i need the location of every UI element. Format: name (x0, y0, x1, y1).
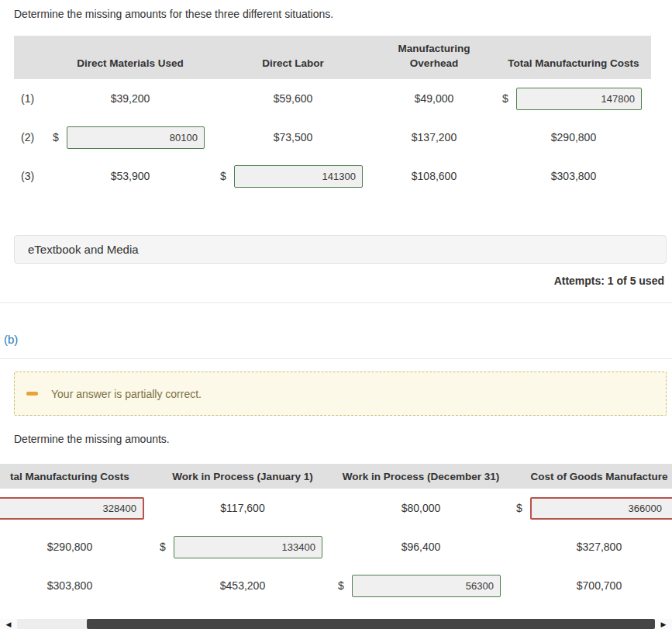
row-label-2: (2) (14, 118, 47, 157)
cell-b-wip-jan-3: $453,200 (153, 566, 332, 605)
cell-overhead-1: $49,000 (372, 79, 496, 118)
cell-total-2: $290,800 (496, 118, 651, 157)
cell-b-cogm-2: $327,800 (510, 527, 672, 566)
part-b-instruction: Determine the missing amounts. (14, 433, 672, 445)
col-header-wip-december: Work in Process (December 31) (332, 464, 510, 489)
wip-january-input-b-row2[interactable] (174, 536, 322, 558)
row-label-3: (3) (14, 157, 47, 195)
col-header-total-manufacturing-costs-b: tal Manufacturing Costs (0, 464, 153, 489)
part-b-header: (b) (0, 303, 672, 359)
col-header-wip-january: Work in Process (January 1) (153, 464, 332, 489)
attempts-counter: Attempts: 1 of 5 used (0, 275, 672, 287)
cell-overhead-2: $137,200 (372, 118, 496, 157)
wip-december-input-b-row3[interactable] (352, 575, 501, 597)
total-costs-input-b-row1[interactable] (0, 497, 144, 520)
scroll-left-icon[interactable]: ◀ (0, 619, 17, 629)
cell-b-wip-jan-2: $ (153, 527, 332, 566)
col-header-cogm: Cost of Goods Manufacture (510, 464, 672, 489)
cell-b-total-3: $303,800 (0, 566, 153, 605)
partial-correct-feedback: Your answer is partially correct. (14, 372, 667, 416)
direct-materials-input-row2[interactable] (67, 126, 205, 149)
cell-b-cogm-3: $700,700 (510, 566, 672, 605)
currency-symbol: $ (338, 579, 344, 592)
cell-direct-materials-3: $53,900 (47, 157, 214, 195)
part-b-table-viewport: tal Manufacturing Costs Work in Process … (0, 464, 672, 605)
horizontal-scrollbar[interactable]: ◀ ▶ (0, 619, 672, 629)
cell-direct-labor-3: $ (214, 157, 372, 195)
direct-labor-input-row3[interactable] (234, 165, 363, 188)
scrollbar-track[interactable] (17, 619, 655, 629)
currency-symbol: $ (160, 541, 166, 553)
etextbook-and-media-button[interactable]: eTextbook and Media (14, 235, 667, 264)
cell-b-total-2: $290,800 (0, 527, 153, 566)
cell-total-3: $303,800 (496, 157, 651, 195)
scroll-right-icon[interactable]: ▶ (655, 619, 672, 629)
cell-b-wip-jan-1: $117,600 (153, 489, 332, 527)
part-a-table: Direct Materials Used Direct Labor Manuf… (14, 36, 651, 195)
feedback-text: Your answer is partially correct. (51, 388, 202, 400)
cell-direct-labor-1: $59,600 (214, 79, 372, 118)
cell-b-wip-dec-1: $80,000 (332, 489, 510, 527)
col-header-total-manufacturing-costs: Total Manufacturing Costs (496, 36, 651, 79)
cell-total-1: $ (496, 79, 651, 118)
currency-symbol: $ (220, 170, 226, 182)
etextbook-label: eTextbook and Media (28, 243, 139, 256)
scrollbar-thumb[interactable] (87, 619, 655, 629)
assignment-page: Determine the missing amounts for these … (0, 8, 672, 605)
cell-direct-materials-2: $ (47, 118, 214, 157)
total-costs-input-row1[interactable] (516, 88, 642, 110)
col-header-direct-labor: Direct Labor (214, 36, 372, 79)
cell-b-cogm-1: $ (510, 489, 672, 527)
cell-b-total-1 (0, 489, 153, 527)
table-a-corner-header (14, 36, 47, 79)
cogm-input-b-row1[interactable] (530, 497, 672, 520)
part-a-instruction: Determine the missing amounts for these … (14, 8, 672, 20)
cell-b-wip-dec-3: $ (332, 566, 510, 605)
col-header-manufacturing-overhead: Manufacturing Overhead (372, 36, 496, 79)
row-label-1: (1) (14, 79, 47, 118)
partial-correct-icon (26, 392, 38, 396)
currency-symbol: $ (502, 92, 508, 105)
currency-symbol: $ (516, 502, 522, 514)
part-b-label: (b) (4, 333, 18, 346)
cell-b-wip-dec-2: $96,400 (332, 527, 510, 566)
part-b-table: tal Manufacturing Costs Work in Process … (0, 464, 672, 605)
cell-direct-labor-2: $73,500 (214, 118, 372, 157)
currency-symbol: $ (53, 131, 59, 143)
col-header-direct-materials: Direct Materials Used (47, 36, 214, 79)
cell-direct-materials-1: $39,200 (47, 79, 214, 118)
cell-overhead-3: $108,600 (372, 157, 496, 195)
